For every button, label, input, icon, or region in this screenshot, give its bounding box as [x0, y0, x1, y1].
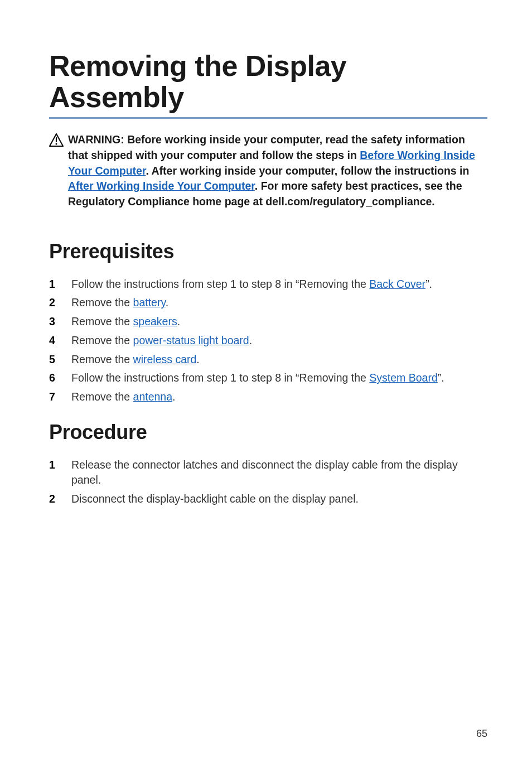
list-item: Remove the antenna.: [49, 389, 487, 405]
step-text-post: .: [249, 334, 252, 346]
link-after-working[interactable]: After Working Inside Your Computer: [68, 180, 255, 192]
step-text-pre: Remove the: [71, 353, 133, 365]
list-item: Release the connector latches and discon…: [49, 457, 487, 488]
step-text: Release the connector latches and discon…: [71, 459, 458, 486]
document-page: Removing the Display Assembly WARNING: B…: [0, 0, 532, 762]
svg-point-1: [56, 143, 57, 145]
link-antenna[interactable]: antenna: [133, 390, 173, 403]
page-number: 65: [476, 728, 487, 740]
page-title: Removing the Display Assembly: [49, 50, 487, 119]
link-battery[interactable]: battery: [133, 296, 166, 308]
warning-mid1: . After working inside your computer, fo…: [146, 165, 469, 177]
link-power-status-light-board[interactable]: power-status light board: [133, 334, 249, 346]
list-item: Follow the instructions from step 1 to s…: [49, 370, 487, 386]
heading-procedure: Procedure: [49, 421, 487, 444]
step-text-post: .: [177, 315, 180, 327]
list-item: Remove the battery.: [49, 295, 487, 311]
step-text-pre: Remove the: [71, 315, 133, 327]
step-text-post: ”.: [425, 278, 432, 290]
procedure-list: Release the connector latches and discon…: [49, 457, 487, 507]
warning-text: WARNING: Before working inside your comp…: [68, 132, 487, 209]
list-item: Follow the instructions from step 1 to s…: [49, 277, 487, 292]
link-system-board[interactable]: System Board: [369, 372, 437, 384]
link-wireless-card[interactable]: wireless card: [133, 353, 197, 365]
step-text-post: .: [172, 390, 175, 403]
list-item: Remove the wireless card.: [49, 352, 487, 368]
step-text-pre: Remove the: [71, 390, 133, 403]
list-item: Disconnect the display-backlight cable o…: [49, 491, 487, 507]
step-text-pre: Follow the instructions from step 1 to s…: [71, 372, 369, 384]
step-text-pre: Follow the instructions from step 1 to s…: [71, 278, 369, 290]
step-text-pre: Remove the: [71, 296, 133, 308]
step-text-post: .: [166, 296, 168, 308]
list-item: Remove the power-status light board.: [49, 333, 487, 349]
heading-prerequisites: Prerequisites: [49, 240, 487, 263]
prerequisites-list: Follow the instructions from step 1 to s…: [49, 277, 487, 405]
list-item: Remove the speakers.: [49, 314, 487, 330]
link-speakers[interactable]: speakers: [133, 315, 177, 327]
warning-triangle-icon: [49, 133, 64, 149]
step-text-post: .: [196, 353, 199, 365]
step-text-pre: Remove the: [71, 334, 133, 346]
step-text-post: ”.: [438, 372, 444, 384]
step-text: Disconnect the display-backlight cable o…: [71, 493, 359, 505]
warning-block: WARNING: Before working inside your comp…: [49, 132, 487, 209]
link-back-cover[interactable]: Back Cover: [369, 278, 425, 290]
